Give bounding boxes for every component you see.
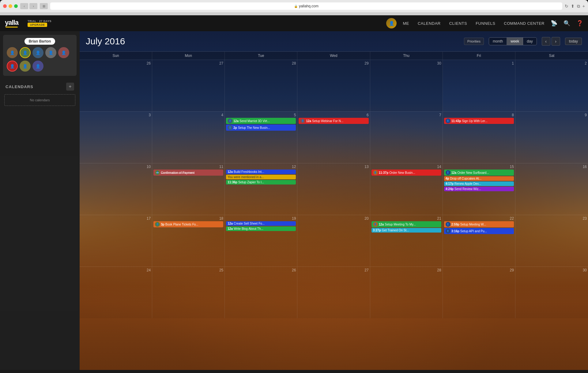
calendar-cell[interactable]: 27 xyxy=(152,60,225,111)
calendar-cell[interactable]: 17 xyxy=(80,215,152,267)
calendar-cell[interactable]: 2 xyxy=(515,60,588,111)
today-button[interactable]: today xyxy=(565,38,582,45)
reader-button[interactable]: ⊞ xyxy=(40,3,48,9)
calendar-cell[interactable]: 6👤12aSetup Webinar For N... xyxy=(297,112,370,163)
wifi-icon[interactable]: 📡 xyxy=(551,20,557,27)
nav-clients[interactable]: CLIENTS xyxy=(449,21,467,26)
calendar-event[interactable]: 👤12aOrder New Surfboard... xyxy=(444,170,514,176)
calendar-event[interactable]: 👤2pSetup The New Busin... xyxy=(226,125,296,131)
next-arrow-button[interactable]: › xyxy=(552,37,560,46)
calendar-cell[interactable]: 5👤12aSend Marriot 3D Virt...👤2pSetup The… xyxy=(225,112,297,163)
calendar-cell[interactable]: 28 xyxy=(225,60,297,111)
calendar-event[interactable]: 👤2:59pSetup Meeting W... xyxy=(444,221,514,227)
week-view-button[interactable]: week xyxy=(507,38,523,45)
nav-calendar[interactable]: CALENDAR xyxy=(418,21,441,26)
calendar-cell[interactable]: 29 xyxy=(443,267,515,318)
calendar-cell[interactable]: 23 xyxy=(515,215,588,267)
calendar-event[interactable]: 👤11:43pSign Up With Ler... xyxy=(444,118,514,124)
avatar-4[interactable]: 👤 xyxy=(45,47,56,58)
help-icon[interactable]: ❓ xyxy=(576,20,583,27)
calendar-header: July 2016 Priorities month week day ‹ › … xyxy=(80,31,588,51)
calendar-event[interactable]: 12aCreate Sell Sheet Fo... xyxy=(226,221,296,226)
calendar-event[interactable]: 12aWrite Blog About Th... xyxy=(226,226,296,231)
back-button[interactable]: ‹ xyxy=(20,3,28,9)
url-bar[interactable]: 🔒 yallahq.com xyxy=(50,2,562,10)
calendar-cell[interactable]: 1912aCreate Sell Sheet Fo...12aWrite Blo… xyxy=(225,215,297,267)
calendar-cell[interactable]: 21👤12aSetup Meeting To My...3:27pGet Tra… xyxy=(370,215,443,267)
nav-me[interactable]: ME xyxy=(403,21,409,26)
avatar-5[interactable]: 👤 xyxy=(58,47,69,58)
calendar-cell[interactable]: 24 xyxy=(80,267,152,318)
avatar-2[interactable]: 👤 xyxy=(20,47,31,58)
calendar-event[interactable]: 👤Confirmation of Payment xyxy=(153,170,223,176)
calendar-cell[interactable]: 27 xyxy=(297,267,370,318)
avatar-8[interactable]: 👤 xyxy=(32,61,43,72)
calendar-event[interactable]: 👤12aSend Marriot 3D Virt... xyxy=(226,118,296,124)
calendar-event[interactable]: 👤12aSetup Webinar For N... xyxy=(299,118,368,124)
user-name-bubble[interactable]: Brian Barton xyxy=(24,38,55,45)
calendar-cell[interactable]: 7 xyxy=(370,112,443,163)
reload-button[interactable]: ↻ xyxy=(565,4,568,9)
calendar-cell[interactable]: 10 xyxy=(80,163,152,215)
calendar-event[interactable]: 3:27pGet Trained On St... xyxy=(371,228,441,233)
calendar-cell[interactable]: 30 xyxy=(370,60,443,111)
avatar-1[interactable]: 👤 xyxy=(7,47,18,58)
calendar-cell[interactable]: 13 xyxy=(297,163,370,215)
calendar-event[interactable]: 👤11:37pOrder New Busin... xyxy=(371,170,441,176)
prev-arrow-button[interactable]: ‹ xyxy=(542,37,550,46)
calendar-event[interactable]: 👤12aSetup Meeting To My... xyxy=(371,221,441,227)
add-calendar-button[interactable]: + xyxy=(66,83,74,91)
calendar-cell[interactable]: 1 xyxy=(443,60,515,111)
minimize-button[interactable] xyxy=(9,4,12,8)
calendar-cell[interactable]: 29 xyxy=(297,60,370,111)
day-view-button[interactable]: day xyxy=(523,38,536,45)
calendar-cell[interactable]: 22👤2:59pSetup Meeting W...👤3:16pSetup AP… xyxy=(443,215,515,267)
day-number: 26 xyxy=(81,61,151,65)
calendar-event[interactable]: 4:17pRenew Apple Dev... xyxy=(444,181,514,186)
calendar-cell[interactable]: 14👤11:37pOrder New Busin... xyxy=(370,163,443,215)
calendar-event[interactable]: 👤3:16pSetup API and Pu... xyxy=(444,228,514,234)
calendar-cell[interactable]: 3 xyxy=(80,112,152,163)
calendar-cell[interactable]: 15👤12aOrder New Surfboard...4pDrop off C… xyxy=(443,163,515,215)
close-button[interactable] xyxy=(3,4,7,8)
calendar-event[interactable]: 4pDrop off Cupcakes At... xyxy=(444,176,514,181)
window-button[interactable]: ⧉ xyxy=(577,4,580,9)
nav-command-center[interactable]: COMMAND CENTER xyxy=(504,21,545,26)
calendar-cell[interactable]: 20 xyxy=(297,215,370,267)
calendar-cell[interactable]: 4 xyxy=(152,112,225,163)
calendar-cell[interactable]: 11👤Confirmation of Payment xyxy=(152,163,225,215)
calendar-cell[interactable]: 25 xyxy=(152,267,225,318)
avatar-6[interactable]: 👤 xyxy=(7,61,18,72)
day-number: 17 xyxy=(81,216,151,221)
user-avatar[interactable]: 👤 xyxy=(386,18,397,28)
day-header-sun: Sun xyxy=(80,52,152,60)
month-view-button[interactable]: month xyxy=(489,38,507,45)
share-button[interactable]: ⬆ xyxy=(571,4,575,9)
add-tab-button[interactable]: + xyxy=(582,4,585,9)
calendar-cell[interactable]: 8👤11:43pSign Up With Ler... xyxy=(443,112,515,163)
forward-button[interactable]: › xyxy=(29,3,37,9)
calendar-event[interactable]: 12aBuild Freshbooks Int... xyxy=(226,170,296,174)
main-layout: Brian Barton 👤 👤 👤 👤 👤 👤 👤 👤 CALENDARS xyxy=(0,31,588,370)
calendar-event[interactable]: 4:24pSend Review Wiz... xyxy=(444,187,514,191)
calendar-event[interactable]: You were mentioned in a... xyxy=(226,175,296,179)
calendar-cell[interactable]: 16 xyxy=(515,163,588,215)
calendar-cell[interactable]: 9 xyxy=(515,112,588,163)
trial-info: TRIAL · 27 DAYS UPGRADE xyxy=(28,20,51,27)
search-icon[interactable]: 🔍 xyxy=(564,20,570,27)
calendar-event[interactable]: 11:36pSetup Zapier To I... xyxy=(226,180,296,185)
calendar-event[interactable]: 👤3pBook Plane Tickets Fo... xyxy=(153,221,223,227)
avatar-3[interactable]: 👤 xyxy=(32,47,43,58)
nav-funnels[interactable]: FUNNELS xyxy=(476,21,495,26)
priorities-button[interactable]: Priorities xyxy=(464,38,484,45)
calendar-cell[interactable]: 26 xyxy=(225,267,297,318)
calendar-cell[interactable]: 18👤3pBook Plane Tickets Fo... xyxy=(152,215,225,267)
avatar-7[interactable]: 👤 xyxy=(20,61,31,72)
calendar-cell[interactable]: 26 xyxy=(80,60,152,111)
logo-text[interactable]: yalla xyxy=(5,19,18,26)
fullscreen-button[interactable] xyxy=(14,4,18,8)
calendar-cell[interactable]: 1212aBuild Freshbooks Int...You were men… xyxy=(225,163,297,215)
calendar-cell[interactable]: 30 xyxy=(515,267,588,318)
calendar-cell[interactable]: 28 xyxy=(370,267,443,318)
upgrade-button[interactable]: UPGRADE xyxy=(28,23,47,27)
